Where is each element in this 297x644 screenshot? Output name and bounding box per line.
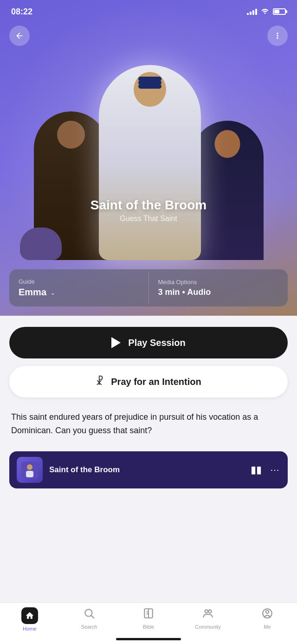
now-playing-bar: Saint of the Broom ▮▮ ⋯ bbox=[9, 451, 288, 488]
svg-line-4 bbox=[91, 616, 94, 618]
nav-item-home-label: Home bbox=[23, 626, 36, 631]
play-session-button[interactable]: Play Session bbox=[9, 327, 288, 358]
nav-item-community-label: Community bbox=[195, 624, 221, 630]
signal-icon bbox=[247, 9, 257, 15]
character-right bbox=[192, 121, 264, 260]
play-session-label: Play Session bbox=[128, 338, 185, 348]
nav-item-home[interactable]: Home bbox=[0, 607, 59, 631]
main-content: Play Session ☧ Pray for an Intention Thi… bbox=[0, 316, 297, 535]
character-animal bbox=[20, 228, 62, 260]
character-left bbox=[34, 111, 108, 260]
now-playing-controls: ▮▮ ⋯ bbox=[251, 464, 280, 476]
pray-intention-button[interactable]: ☧ Pray for an Intention bbox=[9, 366, 288, 397]
svg-rect-2 bbox=[26, 471, 33, 477]
nav-item-community[interactable]: Community bbox=[178, 607, 238, 630]
character-center-saint bbox=[99, 65, 201, 260]
play-icon bbox=[111, 337, 121, 348]
svg-point-1 bbox=[27, 464, 32, 470]
more-options-button[interactable] bbox=[267, 26, 288, 46]
now-playing-more-button[interactable]: ⋯ bbox=[270, 464, 280, 475]
session-description: This saint endured years of prejudice in… bbox=[9, 410, 288, 437]
battery-icon bbox=[273, 8, 286, 15]
media-options-label: Media Options bbox=[158, 279, 279, 286]
status-time: 08:22 bbox=[11, 7, 32, 17]
session-title: Saint of the Broom bbox=[0, 198, 297, 213]
status-icons bbox=[247, 7, 286, 16]
guide-selector[interactable]: Guide Emma ⌄ bbox=[9, 272, 149, 304]
nav-item-bible[interactable]: Bible bbox=[119, 607, 178, 630]
guide-value: Emma bbox=[19, 287, 46, 298]
svg-point-10 bbox=[208, 610, 212, 613]
svg-point-3 bbox=[85, 609, 92, 616]
nav-item-bible-label: Bible bbox=[143, 624, 154, 630]
nav-item-me[interactable]: Me bbox=[238, 607, 297, 630]
community-icon bbox=[202, 607, 214, 622]
hero-title-area: Saint of the Broom Guess That Saint bbox=[0, 198, 297, 223]
home-indicator bbox=[116, 638, 181, 640]
back-button[interactable] bbox=[9, 26, 30, 46]
chevron-down-icon: ⌄ bbox=[50, 289, 56, 296]
svg-point-9 bbox=[205, 610, 208, 613]
nav-item-me-label: Me bbox=[264, 624, 271, 630]
svg-point-12 bbox=[266, 611, 269, 614]
guide-label: Guide bbox=[19, 278, 139, 285]
now-playing-title: Saint of the Broom bbox=[49, 465, 244, 475]
now-playing-thumbnail bbox=[17, 457, 43, 483]
pray-intention-label: Pray for an Intention bbox=[111, 377, 201, 387]
hero-section: 08:22 Saint of t bbox=[0, 0, 297, 316]
hero-nav bbox=[0, 26, 297, 46]
status-bar: 08:22 bbox=[0, 0, 297, 23]
pause-button[interactable]: ▮▮ bbox=[251, 464, 262, 476]
pray-icon: ☧ bbox=[96, 376, 103, 388]
hero-characters bbox=[0, 65, 297, 260]
search-icon bbox=[83, 607, 95, 622]
wifi-icon bbox=[261, 7, 269, 16]
me-icon bbox=[261, 607, 273, 622]
bible-icon bbox=[142, 607, 155, 622]
nav-item-search[interactable]: Search bbox=[59, 607, 119, 630]
session-subtitle: Guess That Saint bbox=[0, 215, 297, 223]
media-options-selector[interactable]: Media Options 3 min • Audio bbox=[149, 272, 288, 304]
options-bar: Guide Emma ⌄ Media Options 3 min • Audio bbox=[9, 269, 288, 306]
nav-item-search-label: Search bbox=[81, 624, 97, 630]
media-options-value: 3 min • Audio bbox=[158, 287, 279, 297]
home-icon bbox=[21, 607, 38, 624]
